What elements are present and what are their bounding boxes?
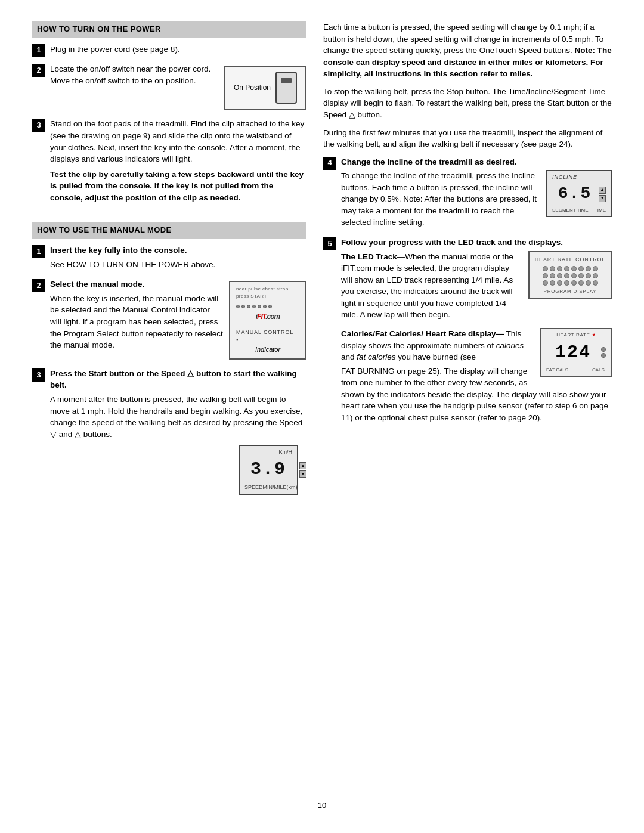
dot4: [252, 305, 256, 308]
calories-text2: and: [341, 352, 357, 361]
heart-symbol: ♥: [592, 332, 595, 339]
step-num-2: 2: [32, 64, 45, 77]
hr-indicator-2: [601, 353, 606, 358]
program-display-label: PROGRAM DISPLAY: [534, 288, 606, 295]
step-1-text: Plug in the power cord (see page 8).: [50, 44, 306, 55]
hr-labels: FAT CALS. CALS.: [546, 367, 606, 374]
step-3-power: 3 Stand on the foot pads of the treadmil…: [32, 118, 306, 206]
right-column: Each time a button is pressed, the speed…: [323, 21, 612, 789]
step-1-manual: 1 Insert the key fully into the console.…: [32, 244, 306, 272]
step-1-power: 1 Plug in the power cord (see page 8).: [32, 44, 306, 58]
led-dot: [550, 273, 555, 278]
manual-step-num-3: 3: [32, 368, 45, 382]
arrow-down[interactable]: ▼: [299, 470, 306, 478]
step-4-content: Change the incline of the treadmill as d…: [341, 156, 612, 231]
led-section: HEART RATE CONTROL: [341, 251, 612, 323]
led-track-title: HEART RATE CONTROL: [534, 256, 606, 264]
speed-kmh-label: Km/H: [244, 448, 292, 456]
incline-label-left: SEGMENT TIME: [552, 207, 589, 214]
speed-box: Km/H 3.9 SPEED MIN/MILE(km): [239, 445, 298, 495]
calories-italic2: fat calories: [357, 352, 395, 361]
led-dot: [557, 280, 562, 286]
step-num-5: 5: [323, 237, 336, 250]
dot3: [247, 305, 250, 308]
step-5-right: 5 Follow your progress with the LED trac…: [323, 237, 612, 426]
arrow-up[interactable]: ▲: [299, 462, 306, 469]
hr-value: 124: [546, 340, 600, 366]
manual-step-1-text: See HOW TO TURN ON THE POWER above.: [50, 259, 306, 271]
led-dot: [586, 266, 591, 271]
right-bold-1: Note: The console can display speed and …: [323, 46, 612, 78]
step-5-content: Follow your progress with the LED track …: [341, 237, 612, 426]
page: HOW TO TURN ON THE POWER 1 Plug in the p…: [0, 0, 644, 833]
incline-arrow-up[interactable]: ▲: [599, 187, 606, 194]
step-3-bold-text: Test the clip by carefully taking a few …: [50, 169, 306, 204]
hr-title: HEART RATE ♥: [546, 332, 606, 339]
step-3-content: Stand on the foot pads of the treadmill.…: [50, 118, 306, 206]
led-dot: [543, 273, 548, 278]
hr-indicator-1: [601, 347, 606, 352]
step-4-title: Change the incline of the treadmill as d…: [341, 156, 612, 168]
section1-header: HOW TO TURN ON THE POWER: [32, 21, 306, 38]
switch-icon: [275, 72, 297, 104]
led-grid: [534, 266, 606, 286]
led-dot: [593, 273, 598, 278]
led-dot: [578, 273, 584, 278]
section2-header: HOW TO USE THE MANUAL MODE: [32, 222, 306, 239]
right-para-2: To stop the walking belt, press the Stop…: [323, 86, 612, 121]
page-number: 10: [32, 800, 612, 812]
led-dot: [593, 266, 598, 271]
speed-labels: SPEED MIN/MILE(km): [244, 484, 292, 491]
step-num-1: 1: [32, 44, 45, 57]
led-dot: [564, 273, 569, 278]
calories-section: HEART RATE ♥ 124: [341, 328, 612, 426]
manual-step-num-1: 1: [32, 245, 45, 258]
right-para-1: Each time a button is pressed, the speed…: [323, 21, 612, 80]
led-dot: [543, 280, 548, 286]
incline-arrow-down[interactable]: ▼: [599, 195, 606, 202]
right-para-3: During the first few minutes that you us…: [323, 127, 612, 150]
left-column: HOW TO TURN ON THE POWER 1 Plug in the p…: [32, 21, 306, 789]
led-dot: [578, 280, 584, 286]
calories-italic1: calories: [496, 341, 524, 350]
speed-label-right: MIN/MILE(km): [263, 484, 298, 491]
step-3-text: Stand on the foot pads of the treadmill.…: [50, 118, 306, 165]
ifit-logo: iFIT.com: [236, 312, 299, 322]
speed-arrows: ▲ ▼: [299, 445, 306, 495]
incline-display: INCLINE 6.5 ▲ ▼ SEGMENT TIME: [546, 170, 612, 217]
manual-control-label: MANUAL CONTROL ▪: [236, 329, 299, 344]
led-dot: [593, 280, 598, 286]
speed-display: Km/H 3.9 SPEED MIN/MILE(km) ▲ ▼: [239, 445, 306, 495]
led-dot: [586, 280, 591, 286]
led-dot: [557, 266, 562, 271]
step-num-4: 4: [323, 157, 336, 170]
indicator-dots: near pulse chest strap press START: [236, 286, 299, 344]
manual-step-1-title: Insert the key fully into the console.: [50, 244, 306, 256]
hr-label-right: CALS.: [592, 367, 606, 374]
dot2: [242, 305, 245, 308]
step-4-right: 4 Change the incline of the treadmill as…: [323, 156, 612, 231]
incline-title: INCLINE: [552, 174, 606, 181]
step-2-content: On Position Locate the on/off switch nea…: [50, 63, 306, 112]
indicator-row-1: near pulse chest strap press START: [236, 286, 299, 299]
incline-label-right: TIME: [595, 207, 606, 214]
step-5-title: Follow your progress with the LED track …: [341, 237, 612, 249]
incline-number-container: 6.5: [552, 182, 597, 206]
on-position-label: On Position: [234, 83, 271, 93]
led-dot: [550, 280, 555, 286]
dot1: [236, 305, 240, 308]
speed-value: 3.9: [244, 457, 292, 483]
led-dot: [571, 273, 577, 278]
manual-step-3-title: Press the Start button or the Speed △ bu…: [50, 368, 306, 391]
led-dot: [578, 266, 584, 271]
manual-step-1-content: Insert the key fully into the console. S…: [50, 244, 306, 272]
dot7: [268, 305, 272, 308]
led-track-display: HEART RATE CONTROL: [528, 251, 612, 300]
led-dot: [571, 280, 577, 286]
led-row-2: [534, 273, 606, 278]
led-dot: [586, 273, 591, 278]
indicator-row-dots: [236, 305, 299, 308]
step-num-3: 3: [32, 119, 45, 132]
led-dot: [571, 266, 577, 271]
step-2-power: 2 On Position Locate the on/off switch n…: [32, 63, 306, 112]
